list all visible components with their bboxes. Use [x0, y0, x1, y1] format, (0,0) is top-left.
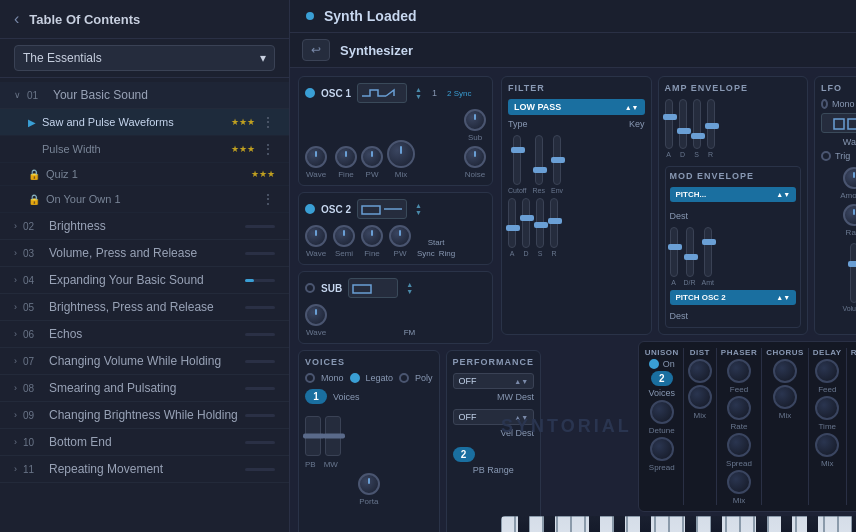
- white-key[interactable]: [669, 516, 683, 532]
- delay-mix-knob[interactable]: [815, 433, 839, 457]
- phaser-feed-knob[interactable]: [727, 359, 751, 383]
- poly-radio[interactable]: [399, 373, 409, 383]
- delay-time-knob[interactable]: [815, 396, 839, 420]
- pb-slider[interactable]: [305, 416, 321, 456]
- white-key[interactable]: [824, 516, 838, 532]
- pw-label: PW: [366, 170, 379, 179]
- voices-stepper[interactable]: 1: [305, 389, 327, 404]
- phaser-mix-knob[interactable]: [727, 470, 751, 494]
- osc1-noise-knob[interactable]: [464, 146, 486, 168]
- dist-knob[interactable]: [688, 359, 712, 383]
- sidebar-item-05[interactable]: › 05 Brightness, Press and Release: [0, 294, 289, 321]
- pitch-osc2-button[interactable]: PITCH OSC 2 ▲▼: [670, 290, 797, 305]
- delay-feed-knob[interactable]: [815, 359, 839, 383]
- osc2-wave-knob[interactable]: [305, 225, 327, 247]
- dist-mix-knob[interactable]: [688, 385, 712, 409]
- white-key[interactable]: [585, 516, 599, 532]
- white-key[interactable]: [740, 516, 754, 532]
- chorus-mix-knob[interactable]: [773, 385, 797, 409]
- phaser-rate-knob[interactable]: [727, 396, 751, 420]
- white-key[interactable]: [810, 516, 824, 532]
- white-key[interactable]: [655, 516, 669, 532]
- sub-toggle[interactable]: [305, 283, 315, 293]
- sidebar-item-07[interactable]: › 07 Changing Volume While Holding: [0, 348, 289, 375]
- sidebar-item-11[interactable]: › 11 Repeating Movement: [0, 456, 289, 483]
- sidebar-item-03[interactable]: › 03 Volume, Press and Release: [0, 240, 289, 267]
- sidebar-item-08[interactable]: › 08 Smearing and Pulsating: [0, 375, 289, 402]
- sidebar-item-04[interactable]: › 04 Expanding Your Basic Sound: [0, 267, 289, 294]
- sub-wave-display[interactable]: [348, 278, 398, 298]
- lfo-amount-knob[interactable]: [843, 167, 856, 189]
- white-key[interactable]: [571, 516, 585, 532]
- white-key[interactable]: [796, 516, 810, 532]
- osc1-sub-knob[interactable]: [464, 109, 486, 131]
- mw-slider[interactable]: [325, 416, 341, 456]
- osc1-fine-knob[interactable]: [335, 146, 357, 168]
- back-button[interactable]: ‹: [14, 10, 19, 28]
- fm-label: FM: [404, 328, 416, 337]
- sidebar-item-quiz1[interactable]: 🔒 Quiz 1 ★★★: [0, 163, 289, 186]
- mono-radio[interactable]: [305, 373, 315, 383]
- sidebar-item-pulse-width[interactable]: ▶ Pulse Width ★★★ ⋮: [0, 136, 289, 163]
- sidebar-item-06[interactable]: › 06 Echos: [0, 321, 289, 348]
- white-key[interactable]: [726, 516, 740, 532]
- white-key[interactable]: [529, 516, 543, 532]
- white-key[interactable]: [515, 516, 529, 532]
- white-key[interactable]: [501, 516, 515, 532]
- low-pass-button[interactable]: LOW PASS ▲▼: [508, 99, 645, 115]
- white-key[interactable]: [754, 516, 768, 532]
- menu-icon[interactable]: ⋮: [261, 191, 275, 207]
- white-key[interactable]: [838, 516, 852, 532]
- white-key[interactable]: [711, 516, 725, 532]
- menu-icon[interactable]: ⋮: [261, 141, 275, 157]
- sidebar-item-on-your-own[interactable]: 🔒 On Your Own 1 ⋮: [0, 186, 289, 213]
- sub-wave-knob[interactable]: [305, 304, 327, 326]
- white-key[interactable]: [782, 516, 796, 532]
- sidebar-dropdown[interactable]: The Essentials ▾: [0, 39, 289, 78]
- legato-radio[interactable]: [350, 373, 360, 383]
- lfo-rate-knob[interactable]: [843, 204, 856, 226]
- osc1-pw-knob[interactable]: [361, 146, 383, 168]
- fine-label: Fine: [338, 170, 354, 179]
- porta-knob[interactable]: [358, 473, 380, 495]
- pitch-button[interactable]: PITCH... ▲▼: [670, 187, 797, 202]
- detune-knob[interactable]: [650, 400, 674, 424]
- phaser-spread-knob[interactable]: [727, 433, 751, 457]
- sidebar-item-10[interactable]: › 10 Bottom End: [0, 429, 289, 456]
- white-key[interactable]: [599, 516, 613, 532]
- spread-knob[interactable]: [650, 437, 674, 461]
- white-key[interactable]: [613, 516, 627, 532]
- unison-voices[interactable]: 2: [651, 371, 673, 386]
- sidebar-item-09[interactable]: › 09 Changing Brightness While Holding: [0, 402, 289, 429]
- osc1-toggle[interactable]: [305, 88, 315, 98]
- menu-icon[interactable]: ⋮: [261, 114, 275, 130]
- sidebar-item-01[interactable]: ∨ 01 Your Basic Sound: [0, 82, 289, 109]
- osc2-wave-display[interactable]: [357, 199, 407, 219]
- osc2-fine-knob[interactable]: [361, 225, 383, 247]
- osc2-toggle[interactable]: [305, 204, 315, 214]
- lfo-mono-radio[interactable]: [821, 99, 828, 109]
- white-key[interactable]: [768, 516, 782, 532]
- white-key[interactable]: [697, 516, 711, 532]
- osc1-wave-knob[interactable]: [305, 146, 327, 168]
- synth-back-button[interactable]: ↩: [302, 39, 330, 61]
- pb-range-stepper[interactable]: 2: [453, 447, 475, 462]
- chorus-knob[interactable]: [773, 359, 797, 383]
- unison-on[interactable]: [649, 359, 659, 369]
- dropdown-select[interactable]: The Essentials ▾: [14, 45, 275, 71]
- lfo-wave-display[interactable]: [821, 113, 856, 133]
- osc2-semi-knob[interactable]: [333, 225, 355, 247]
- sidebar-item-02[interactable]: › 02 Brightness: [0, 213, 289, 240]
- sidebar-item-saw-pulse[interactable]: ▶ Saw and Pulse Waveforms ★★★ ⋮: [0, 109, 289, 136]
- osc1-wave-display[interactable]: [357, 83, 407, 103]
- white-key[interactable]: [852, 516, 856, 532]
- white-key[interactable]: [627, 516, 641, 532]
- white-key[interactable]: [557, 516, 571, 532]
- osc2-pw-knob[interactable]: [389, 225, 411, 247]
- white-key[interactable]: [543, 516, 557, 532]
- white-key[interactable]: [683, 516, 697, 532]
- lfo-trig-radio[interactable]: [821, 151, 831, 161]
- chevron-icon: ›: [14, 329, 17, 339]
- osc1-mix-knob[interactable]: [387, 140, 415, 168]
- white-key[interactable]: [641, 516, 655, 532]
